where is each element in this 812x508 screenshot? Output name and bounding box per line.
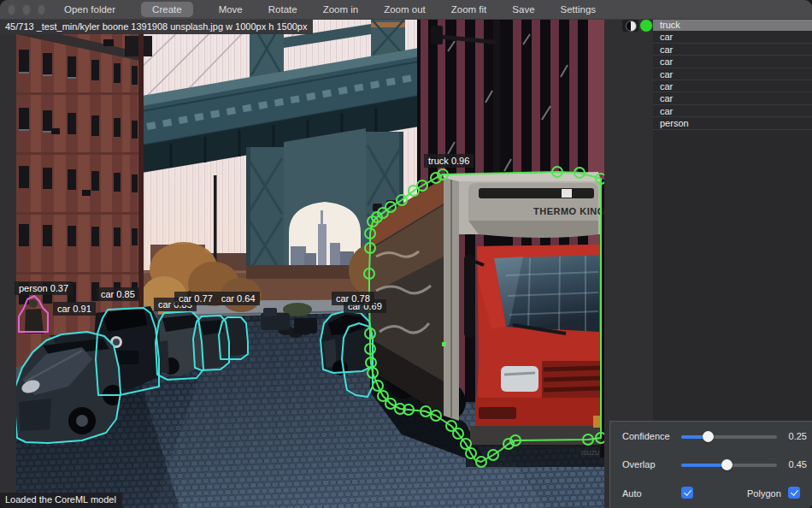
close-button[interactable]	[8, 4, 15, 15]
titlebar: Open folder Create Move Rotate Zoom in Z…	[0, 0, 812, 20]
photo-truck: THERMO KING	[370, 172, 604, 467]
confidence-slider[interactable]	[681, 430, 777, 442]
toolbar-open-folder[interactable]: Open folder	[64, 0, 115, 19]
file-info-bar: 45/713 _test_min/kyler boone 1391908 uns…	[0, 19, 313, 34]
truck-brand-text: THERMO KING	[533, 206, 604, 216]
polygon-label: Polygon	[747, 488, 781, 499]
confidence-value: 0.25	[778, 431, 807, 441]
list-item-car-7[interactable]: car	[653, 105, 812, 117]
contrast-icon	[626, 21, 637, 32]
detection-label-car1: car 0.91	[53, 302, 96, 316]
confidence-label: Confidence	[622, 431, 670, 441]
overlap-slider[interactable]	[681, 458, 777, 470]
detection-label-car2: car 0.85	[97, 287, 139, 301]
toolbar-create[interactable]: Create	[141, 2, 193, 17]
auto-checkbox[interactable]	[681, 487, 693, 499]
detection-label-car4: car 0.77	[174, 292, 217, 305]
photo-scene: THERMO KING	[16, 19, 604, 508]
toolbar-settings[interactable]: Settings	[561, 0, 597, 19]
list-item-person[interactable]: person	[653, 117, 812, 129]
app-window: Open folder Create Move Rotate Zoom in Z…	[0, 0, 812, 508]
list-item-car-1[interactable]: car	[653, 31, 812, 43]
toolbar-zoom-fit[interactable]: Zoom fit	[451, 0, 487, 19]
overlap-value: 0.45	[778, 459, 807, 470]
list-item-car-6[interactable]: car	[653, 92, 812, 104]
annotation-canvas[interactable]: THERMO KING	[16, 19, 604, 508]
toolbar-rotate[interactable]: Rotate	[268, 0, 297, 19]
polygon-checkbox[interactable]	[788, 487, 800, 499]
zoom-window-button[interactable]	[38, 4, 45, 15]
list-item-car-4[interactable]: car	[653, 68, 812, 80]
toolbar: Open folder Create Move Rotate Zoom in Z…	[52, 0, 596, 19]
detection-label-person: person 0.37	[15, 281, 73, 295]
list-item-car-2[interactable]: car	[653, 44, 812, 56]
overlap-label: Overlap	[622, 459, 656, 470]
polygon-point-marker[interactable]	[442, 342, 446, 346]
toolbar-zoom-out[interactable]: Zoom out	[384, 0, 426, 19]
toolbar-zoom-in[interactable]: Zoom in	[323, 0, 359, 19]
list-item-car-5[interactable]: car	[653, 80, 812, 92]
contrast-toggle-button[interactable]	[622, 19, 638, 32]
detection-label-car6: car 0.78	[332, 292, 374, 305]
class-color-indicator[interactable]	[639, 19, 653, 32]
toolbar-save[interactable]: Save	[512, 0, 534, 19]
toolbar-move[interactable]: Move	[219, 0, 243, 19]
list-item-car-3[interactable]: car	[653, 56, 812, 68]
list-item-truck[interactable]: truck	[653, 19, 812, 31]
overlap-slider-thumb[interactable]	[721, 459, 733, 470]
detection-label-car5: car 0.64	[217, 292, 260, 305]
traffic-lights	[0, 4, 52, 15]
detection-settings-panel: Confidence 0.25 Overlap 0.45 Auto Polygo…	[609, 421, 812, 508]
minimize-button[interactable]	[22, 4, 30, 15]
detection-label-truck: truck 0.96	[424, 154, 474, 168]
confidence-slider-thumb[interactable]	[703, 431, 714, 442]
status-message: Loaded the CoreML model	[0, 493, 122, 508]
auto-label: Auto	[622, 488, 642, 499]
